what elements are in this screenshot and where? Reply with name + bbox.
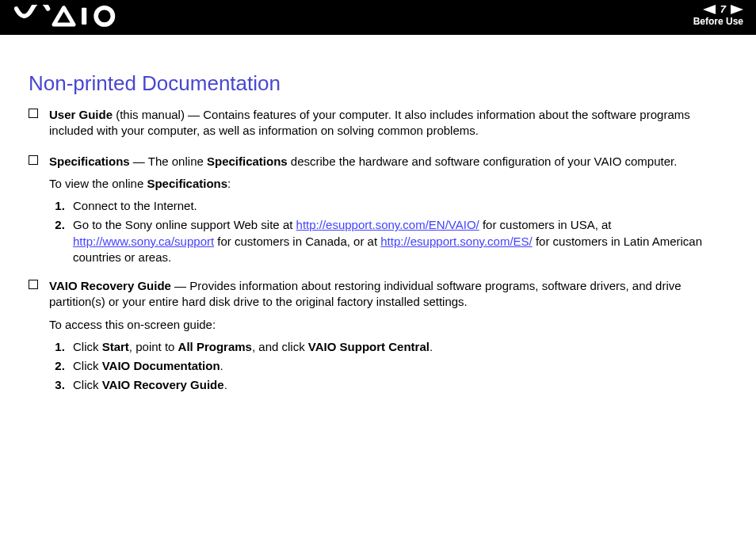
bullet-text: — The online (130, 154, 207, 168)
checkbox-bullet-icon (29, 280, 38, 289)
steps-list: Click Start, point to All Programs, and … (49, 339, 731, 394)
page-number: 7 (720, 3, 726, 15)
view-suffix: : (227, 177, 231, 190)
svg-marker-3 (731, 5, 743, 14)
access-line: To access this on-screen guide: (49, 318, 216, 331)
bullet-item: VAIO Recovery Guide — Provides informati… (29, 278, 731, 399)
bullet-lead: VAIO Recovery Guide (49, 279, 171, 292)
step-item: Connect to the Internet. (68, 198, 731, 214)
checkbox-bullet-icon (29, 109, 38, 118)
bullet-item: User Guide (this manual) — Contains feat… (29, 107, 731, 146)
vaio-logo (14, 5, 125, 29)
page-nav: 7 Before Use (693, 3, 743, 28)
steps-list: Connect to the Internet. Go to the Sony … (49, 198, 731, 265)
bullet-lead: Specifications (49, 154, 130, 168)
nav-next-button[interactable] (731, 5, 743, 14)
inline-bold: Specifications (147, 177, 227, 190)
bullet-text: describe the hardware and software confi… (288, 154, 678, 168)
svg-point-1 (96, 8, 113, 25)
support-link-canada[interactable]: http://www.sony.ca/support (73, 235, 214, 248)
support-link-usa[interactable]: http://esupport.sony.com/EN/VAIO/ (296, 218, 479, 231)
inline-bold: Specifications (207, 154, 288, 168)
bullet-lead: User Guide (49, 108, 113, 121)
nav-prev-button[interactable] (703, 5, 716, 14)
view-prefix: To view the online (49, 177, 147, 190)
step-item: Click Start, point to All Programs, and … (68, 339, 731, 355)
support-link-latam[interactable]: http://esupport.sony.com/ES/ (380, 235, 532, 248)
svg-marker-2 (703, 5, 716, 14)
step-item: Click VAIO Documentation. (68, 358, 731, 374)
page-content: Non-printed Documentation User Guide (th… (0, 35, 756, 422)
bullet-text: (this manual) — Contains features of you… (49, 108, 690, 137)
step-item: Go to the Sony online support Web site a… (68, 217, 731, 265)
page-header: 7 Before Use (0, 0, 756, 35)
checkbox-bullet-icon (29, 155, 38, 165)
page-title: Non-printed Documentation (29, 71, 731, 96)
svg-rect-0 (82, 8, 86, 25)
step-item: Click VAIO Recovery Guide. (68, 377, 731, 393)
bullet-item: Specifications — The online Specificatio… (29, 154, 731, 271)
section-label: Before Use (693, 16, 743, 28)
